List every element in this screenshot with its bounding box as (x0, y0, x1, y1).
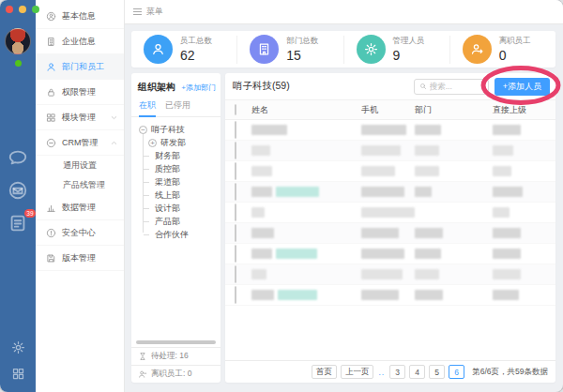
tree-node[interactable]: 产品部 (139, 215, 221, 228)
table-row[interactable] (225, 223, 555, 244)
page-button-上一页[interactable]: 上一页 (341, 365, 374, 379)
org-footer-item[interactable]: 离职员工: 0 (131, 365, 221, 383)
redacted-text-block (493, 290, 519, 300)
tree-node-label: 合作伙伴 (155, 229, 189, 241)
collapse-icon[interactable]: − (139, 126, 147, 134)
tree-branch-line (144, 208, 149, 209)
zoom-window-button[interactable] (32, 6, 39, 13)
sidebar-item[interactable]: 部门和员工 (36, 54, 124, 80)
avatar[interactable] (5, 28, 31, 54)
sidebar-item[interactable]: 权限管理 (36, 80, 124, 105)
content: 菜单 员工总数 62 部门总数 15 管理人员 9 离职员工 0 (125, 0, 563, 392)
org-tab[interactable]: 在职 (139, 99, 156, 116)
hourglass-icon (138, 352, 147, 361)
sidebar-item[interactable]: 产品线管理 (36, 175, 124, 195)
cell-department (415, 145, 493, 156)
tree-branch-line (144, 195, 149, 196)
table-row[interactable] (225, 161, 555, 182)
table-row[interactable] (225, 141, 555, 161)
tree-node[interactable]: 线上部 (139, 188, 221, 202)
table-row[interactable] (225, 264, 555, 285)
search-box[interactable] (414, 79, 489, 95)
redacted-text-block (361, 187, 404, 197)
sidebar: 基本信息 企业信息 部门和员工 权限管理 模块管理 CRM管理 通用设置 产品线… (36, 0, 125, 392)
sidebar-item[interactable]: 通用设置 (36, 156, 124, 175)
add-department-link[interactable]: +添加部门 (181, 83, 216, 93)
select-all-checkbox[interactable] (235, 104, 236, 115)
row-checkbox[interactable] (235, 162, 236, 180)
sidebar-item[interactable]: 基本信息 (36, 4, 124, 29)
stat-value: 0 (499, 48, 531, 63)
add-employee-button[interactable]: +添加人员 (495, 78, 550, 96)
table-row[interactable] (225, 203, 555, 223)
table-row[interactable] (225, 285, 555, 306)
stat-value: 62 (180, 48, 212, 63)
row-checkbox[interactable] (235, 245, 236, 263)
sidebar-item-label: 数据管理 (62, 202, 96, 214)
security-icon (46, 228, 56, 238)
chat-icon[interactable] (8, 147, 28, 168)
org-tab[interactable]: 已停用 (165, 99, 190, 116)
cell-name (251, 145, 361, 156)
table-body (225, 120, 555, 306)
tree-node[interactable]: 财务部 (139, 149, 221, 162)
page-button-3[interactable]: 3 (389, 365, 405, 379)
row-checkbox[interactable] (235, 183, 236, 201)
tree-node[interactable]: 质控部 (139, 162, 221, 175)
minimize-window-button[interactable] (19, 6, 26, 13)
row-checkbox[interactable] (235, 204, 236, 221)
tree-node[interactable]: 渠道部 (139, 175, 221, 188)
redacted-text-block (415, 125, 441, 135)
cell-supervisor (493, 166, 555, 176)
search-input[interactable] (430, 82, 483, 91)
tree-node[interactable]: − 哨子科技 (139, 123, 221, 136)
row-checkbox[interactable] (235, 265, 236, 283)
tree-node[interactable]: 设计部 (139, 202, 221, 215)
redacted-text-block (493, 125, 521, 135)
column-header: 姓名 (251, 104, 361, 116)
online-status-dot (15, 60, 22, 67)
row-checkbox[interactable] (235, 224, 236, 242)
page-button-4[interactable]: 4 (409, 365, 425, 379)
crm-icon (46, 138, 56, 148)
org-footer-item[interactable]: 待处理: 16 (131, 347, 221, 365)
cell-phone (361, 249, 415, 259)
table-row[interactable] (225, 120, 555, 141)
stat-item: 离职员工 0 (449, 36, 555, 64)
org-panel-footer: 待处理: 16 离职员工: 0 (131, 340, 221, 383)
row-checkbox[interactable] (235, 286, 236, 304)
company-icon (46, 37, 56, 47)
page-button-首页[interactable]: 首页 (312, 365, 337, 379)
cell-department (415, 249, 493, 259)
mail-icon[interactable] (8, 180, 28, 201)
sidebar-item[interactable]: 企业信息 (36, 29, 124, 54)
stat-value: 15 (286, 48, 318, 63)
gear-icon (357, 35, 386, 64)
page-button-6[interactable]: 6 (449, 365, 464, 379)
sidebar-item[interactable]: 版本管理 (36, 246, 124, 271)
sidebar-item[interactable]: 数据管理 (36, 195, 124, 220)
menu-hamburger-icon[interactable] (133, 8, 142, 15)
redacted-text-block (493, 166, 511, 176)
page-button-5[interactable]: 5 (429, 365, 445, 379)
notifications-icon[interactable]: 39 (8, 213, 28, 234)
tree-node[interactable]: + 研发部 (139, 136, 221, 149)
sidebar-item[interactable]: 模块管理 (36, 105, 124, 130)
expand-icon[interactable]: + (148, 139, 157, 147)
sidebar-item[interactable]: 安全中心 (36, 220, 124, 246)
cell-department (415, 166, 493, 176)
row-checkbox[interactable] (235, 121, 236, 139)
app-window: 39 基本信息 企业信息 部门和员工 权限管理 模块管理 CRM管理 (0, 0, 563, 392)
table-row[interactable] (225, 182, 555, 203)
stat-label: 管理人员 (393, 36, 425, 47)
sidebar-item[interactable]: CRM管理 (36, 130, 124, 156)
table-row[interactable] (225, 244, 555, 264)
settings-gear-icon[interactable] (11, 340, 25, 358)
tree-node[interactable]: 合作伙伴 (139, 228, 221, 241)
row-checkbox[interactable] (235, 142, 236, 159)
close-window-button[interactable] (6, 6, 13, 13)
horizontal-scrollbar[interactable] (136, 340, 216, 344)
tree-node-label: 哨子科技 (151, 124, 185, 136)
apps-grid-icon[interactable] (11, 367, 25, 384)
search-icon (419, 83, 427, 90)
